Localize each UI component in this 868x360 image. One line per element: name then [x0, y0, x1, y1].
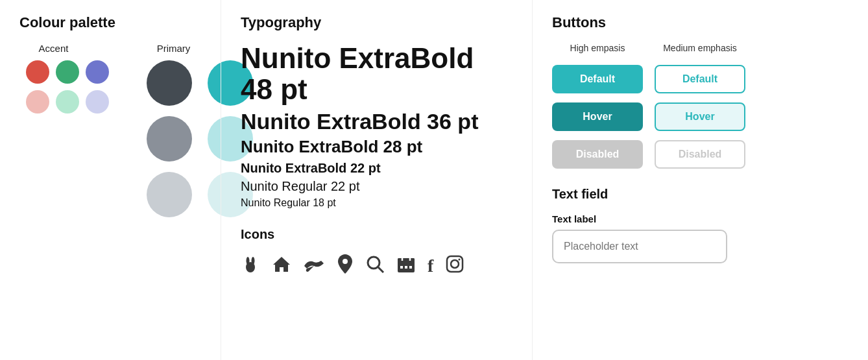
- primary-dark-3: [147, 172, 192, 217]
- accent-red: [26, 60, 49, 84]
- text-field-section: Text field Text label: [552, 187, 759, 263]
- svg-rect-15: [447, 256, 463, 272]
- colour-palette-title: Colour palette: [19, 14, 201, 31]
- handshake-icon: [303, 254, 325, 278]
- accent-green: [56, 60, 79, 84]
- med-disabled-button: Disabled: [655, 140, 745, 169]
- svg-point-3: [248, 264, 253, 269]
- primary-dark-1: [147, 60, 192, 106]
- high-hover-button[interactable]: Hover: [552, 102, 643, 131]
- svg-point-1: [247, 257, 250, 265]
- accent-row-1: [26, 60, 109, 84]
- home-icon: [272, 254, 291, 278]
- svg-line-7: [378, 267, 383, 272]
- accent-row-2: [26, 90, 109, 114]
- svg-marker-4: [273, 257, 290, 272]
- svg-rect-9: [398, 258, 415, 263]
- buttons-section: Buttons High empasis Default Hover Disab…: [532, 0, 778, 360]
- rabbit-icon: [241, 254, 260, 278]
- typography-section: Typography Nunito ExtraBold 48 pt Nunito…: [221, 0, 532, 360]
- accent-green-light: [56, 90, 79, 114]
- svg-point-2: [252, 257, 255, 265]
- high-emphasis-col: High empasis Default Hover Disabled: [552, 43, 643, 169]
- svg-rect-13: [405, 266, 407, 269]
- type-sample-22r: Nunito Regular 22 pt: [241, 178, 512, 194]
- accent-label: Accent: [26, 43, 81, 54]
- type-sample-36: Nunito ExtraBold 36 pt: [241, 110, 512, 134]
- icons-section: Icons: [241, 227, 512, 279]
- svg-point-16: [451, 260, 459, 268]
- palette-grid: [19, 60, 201, 217]
- type-sample-48: Nunito ExtraBold 48 pt: [241, 43, 512, 106]
- high-disabled-button: Disabled: [552, 140, 643, 169]
- calendar-icon: [396, 254, 416, 278]
- svg-rect-14: [409, 266, 412, 269]
- accent-col: [26, 60, 109, 217]
- text-field-title: Text field: [552, 187, 759, 202]
- typography-title: Typography: [241, 14, 512, 31]
- colour-palette-section: Colour palette Accent Primary: [0, 0, 221, 360]
- text-field-label: Text label: [552, 213, 759, 224]
- svg-rect-12: [400, 266, 403, 269]
- svg-point-5: [343, 259, 348, 264]
- accent-red-light: [26, 90, 49, 114]
- location-icon: [337, 254, 354, 279]
- med-hover-button[interactable]: Hover: [655, 102, 745, 131]
- type-sample-22b: Nunito ExtraBold 22 pt: [241, 160, 512, 176]
- facebook-icon: f: [428, 257, 433, 275]
- primary-label: Primary: [146, 43, 201, 54]
- icons-title: Icons: [241, 227, 512, 242]
- text-field-input[interactable]: [552, 230, 727, 263]
- high-emphasis-label: High empasis: [570, 43, 625, 53]
- accent-purple: [86, 60, 109, 84]
- accent-purple-light: [86, 90, 109, 114]
- icons-row: f: [241, 254, 512, 279]
- instagram-icon: [445, 254, 464, 278]
- palette-headers: Accent Primary: [19, 43, 201, 54]
- high-default-button[interactable]: Default: [552, 65, 643, 93]
- type-sample-28: Nunito ExtraBold 28 pt: [241, 138, 512, 156]
- buttons-title: Buttons: [552, 14, 759, 31]
- svg-point-6: [368, 257, 380, 269]
- type-sample-18r: Nunito Regular 18 pt: [241, 197, 512, 209]
- medium-emphasis-label: Medium emphasis: [663, 43, 737, 53]
- buttons-grid: High empasis Default Hover Disabled Medi…: [552, 43, 759, 169]
- medium-emphasis-col: Medium emphasis Default Hover Disabled: [655, 43, 745, 169]
- search-icon: [365, 254, 385, 278]
- svg-point-17: [459, 258, 461, 260]
- med-default-button[interactable]: Default: [655, 65, 745, 93]
- primary-dark-2: [147, 116, 192, 162]
